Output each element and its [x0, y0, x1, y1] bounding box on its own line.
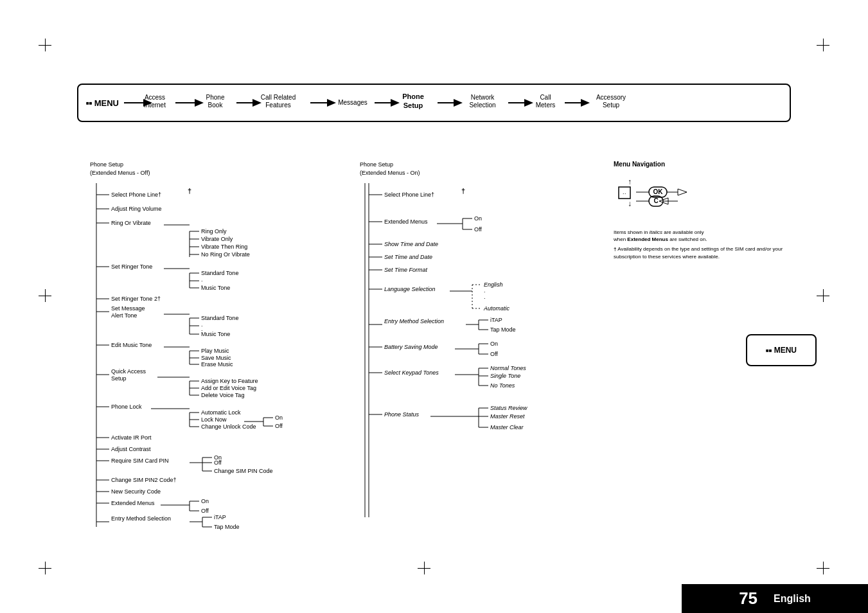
svg-text:Ring Only: Ring Only [201, 228, 227, 235]
svg-text:Set Ringer Tone: Set Ringer Tone [111, 263, 152, 270]
svg-text:Quick Access: Quick Access [111, 368, 146, 375]
svg-text:Add or Edit Voice Tag: Add or Edit Voice Tag [201, 385, 256, 391]
main-content: Phone Setup (Extended Menus - Off) Selec… [51, 154, 817, 562]
svg-text:Phone: Phone [402, 93, 424, 100]
svg-text:Off: Off [474, 226, 482, 233]
svg-text:Normal Tones: Normal Tones [490, 365, 526, 371]
svg-marker-28 [581, 99, 590, 107]
svg-text:·: · [624, 190, 626, 197]
svg-text:On: On [474, 215, 482, 222]
svg-text:Status Review: Status Review [490, 405, 527, 411]
crosshair-bot-right [817, 562, 829, 574]
svg-text:Call: Call [540, 94, 551, 101]
svg-marker-5 [195, 99, 204, 107]
svg-text:Language Selection: Language Selection [384, 286, 436, 292]
bottom-bar: 75 English [682, 584, 868, 613]
crosshair-top-left [39, 39, 51, 51]
svg-text:Setup: Setup [403, 102, 423, 109]
svg-text:Select Phone Line†: Select Phone Line† [111, 191, 161, 198]
menu-nav-svg: Access Internet Phone Book Call Related … [124, 85, 805, 121]
svg-text:Book: Book [208, 102, 224, 109]
svg-text:Setup: Setup [111, 375, 127, 382]
svg-text:Meters: Meters [536, 102, 556, 109]
right-diagram-title: Phone Setup (Extended Menus - On) [360, 161, 617, 177]
menu-nav-title: Menu Navigation [614, 161, 800, 168]
page-number: 75 [739, 589, 757, 609]
svg-text:Select Keypad Tones: Select Keypad Tones [384, 369, 439, 376]
svg-marker-20 [454, 99, 463, 107]
menu-nav-container: MENU Access Internet Phone Book Call Rel… [77, 84, 791, 122]
svg-text:Master Reset: Master Reset [490, 413, 525, 420]
svg-text:Lock Now: Lock Now [201, 416, 227, 423]
svg-text:Selection: Selection [469, 102, 495, 109]
svg-text:Music Tone: Music Tone [201, 331, 230, 337]
svg-text:Activate IR Port: Activate IR Port [111, 434, 152, 441]
svg-text:Set Time and Date: Set Time and Date [384, 254, 432, 260]
svg-text:Off: Off [214, 459, 222, 466]
svg-text:Delete Voice Tag: Delete Voice Tag [201, 392, 244, 398]
svg-text:Single Tone: Single Tone [490, 373, 520, 379]
svg-text:Change Unlock Code: Change Unlock Code [201, 423, 256, 430]
svg-text:Change SIM PIN Code: Change SIM PIN Code [214, 468, 273, 474]
svg-text:Adjust Contrast: Adjust Contrast [111, 446, 151, 452]
language-label: English [774, 593, 811, 605]
svg-text:Alert Tone: Alert Tone [111, 312, 137, 319]
svg-text:Off: Off [275, 423, 283, 429]
svg-text:Phone: Phone [206, 94, 224, 101]
menu-label: MENU [86, 98, 119, 108]
svg-text:Phone Lock: Phone Lock [111, 404, 142, 410]
svg-text:Extended Menus: Extended Menus [384, 218, 428, 225]
crosshair-top-right [817, 39, 829, 51]
svg-text:On: On [275, 414, 283, 421]
svg-text:No Ring Or Vibrate: No Ring Or Vibrate [201, 251, 250, 258]
svg-text:Erase Music: Erase Music [201, 361, 233, 368]
svg-text:Automatic Lock: Automatic Lock [201, 409, 241, 416]
svg-text:↓: ↓ [628, 199, 632, 208]
svg-text:Extended Menus: Extended Menus [111, 500, 155, 506]
svg-text:Standard Tone: Standard Tone [201, 315, 238, 321]
svg-text:·: · [484, 295, 486, 301]
svg-text:Call Related: Call Related [261, 94, 296, 101]
svg-text:Tap Mode: Tap Mode [490, 326, 516, 333]
menu-nav-controls-svg: ↑ · · ↓ OK C [614, 173, 774, 224]
svg-text:·: · [484, 289, 486, 295]
svg-text:Assign Key to Feature: Assign Key to Feature [201, 378, 258, 384]
svg-text:Access: Access [145, 94, 165, 101]
svg-text:iTAP: iTAP [490, 317, 502, 323]
svg-text:C: C [653, 197, 658, 204]
svg-text:Internet: Internet [144, 102, 166, 109]
svg-text:On: On [490, 341, 498, 347]
svg-text:Off: Off [490, 351, 498, 357]
svg-text:Network: Network [471, 94, 495, 101]
right-diagram-svg: Select Phone Line† † Extended Menus On O… [360, 183, 617, 543]
crosshair-bot-left [39, 562, 51, 574]
svg-marker-24 [524, 99, 533, 107]
svg-text:Music Tone: Music Tone [201, 285, 230, 291]
svg-text:Set Time Format: Set Time Format [384, 267, 427, 273]
left-diagram-svg: Select Phone Line† † Adjust Ring Volume … [90, 183, 360, 543]
svg-text:Vibrate Then Ring: Vibrate Then Ring [201, 244, 247, 250]
svg-text:Require SIM Card PIN: Require SIM Card PIN [111, 458, 169, 464]
svg-text:New Security Code: New Security Code [111, 488, 161, 495]
svg-text:Adjust Ring Volume: Adjust Ring Volume [111, 206, 162, 212]
crosshair-mid-right [817, 289, 829, 302]
left-diagram-title: Phone Setup (Extended Menus - Off) [90, 161, 360, 177]
svg-text:On: On [201, 498, 209, 504]
crosshair-mid-left [39, 289, 51, 302]
svg-text:↑: ↑ [628, 177, 632, 186]
svg-text:Edit Music Tone: Edit Music Tone [111, 342, 152, 348]
svg-text:Accessory: Accessory [596, 94, 626, 101]
svg-text:iTAP: iTAP [214, 514, 226, 520]
crosshair-bot-mid [418, 562, 430, 574]
svg-text:Entry Method Selection: Entry Method Selection [111, 515, 171, 522]
svg-text:Battery Saving Mode: Battery Saving Mode [384, 344, 438, 350]
svg-text:Features: Features [265, 102, 290, 109]
svg-text:Standard Tone: Standard Tone [201, 270, 238, 276]
svg-text:Off: Off [201, 508, 209, 514]
menu-button[interactable]: ■■ MENU [746, 334, 817, 366]
svg-marker-13 [327, 99, 336, 107]
svg-text:†: † [461, 187, 465, 195]
right-diagram: Phone Setup (Extended Menus - On) Select… [360, 161, 617, 544]
menu-navigation-bar: MENU Access Internet Phone Book Call Rel… [77, 84, 791, 130]
svg-marker-219 [678, 189, 687, 195]
